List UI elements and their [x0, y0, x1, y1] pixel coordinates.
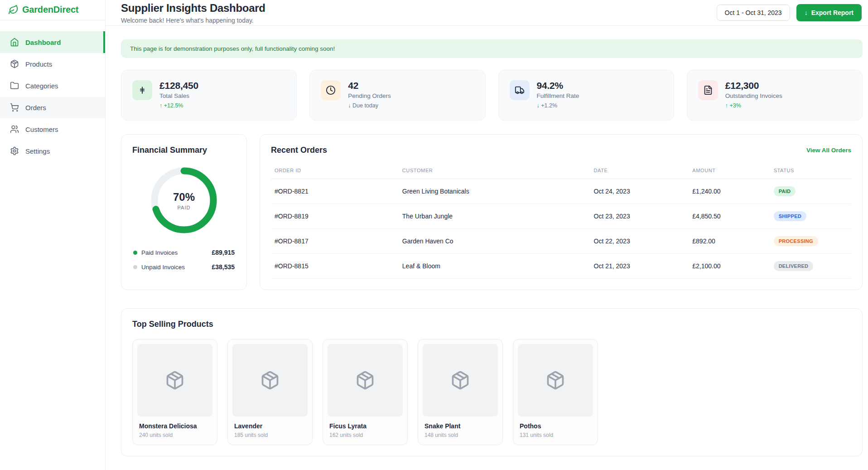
sidebar-item-orders[interactable]: Orders — [0, 97, 105, 118]
truck-icon — [510, 80, 530, 100]
top-products-title: Top Selling Products — [132, 320, 851, 329]
package-icon — [165, 370, 185, 390]
sidebar: GardenDirect Dashboard Products Categori… — [0, 0, 106, 470]
sidebar-nav: Dashboard Products Categories Orders Cus… — [0, 31, 105, 162]
recent-orders-panel: Recent Orders View All Orders ORDER ID C… — [260, 134, 863, 290]
sidebar-item-settings[interactable]: Settings — [0, 140, 105, 162]
stat-value: £12,300 — [725, 80, 782, 91]
brand-logo[interactable]: GardenDirect — [0, 0, 105, 20]
recent-orders-table: ORDER ID CUSTOMER DATE AMOUNT STATUS #OR… — [271, 162, 851, 279]
cell-customer: Leaf & Bloom — [399, 254, 590, 279]
stat-change: ↓ +1.2% — [537, 102, 579, 109]
product-units: 148 units sold — [424, 432, 498, 438]
sidebar-item-products[interactable]: Products — [0, 53, 105, 75]
stat-body: £12,300 Outstanding Invoices ↑ +3% — [725, 80, 782, 110]
product-name: Monstera Deliciosa — [139, 422, 212, 430]
top-products-panel: Top Selling Products Monstera Deliciosa … — [121, 308, 863, 456]
product-card[interactable]: Lavender 185 units sold — [227, 339, 313, 445]
column-header-date: DATE — [590, 162, 689, 179]
stat-body: £128,450 Total Sales ↑ +12.5% — [159, 80, 198, 110]
sidebar-item-label: Settings — [25, 147, 50, 155]
cell-order-id: #ORD-8815 — [271, 254, 399, 279]
home-icon — [10, 38, 19, 47]
stat-label: Pending Orders — [348, 92, 391, 99]
stat-body: 42 Pending Orders ↓ Due today — [348, 80, 391, 110]
cell-date: Oct 24, 2023 — [590, 179, 689, 204]
product-units: 162 units sold — [329, 432, 403, 438]
table-row[interactable]: #ORD-8819 The Urban Jungle Oct 23, 2023 … — [271, 204, 851, 229]
dashboard-content: This page is for demonstration purposes … — [106, 26, 868, 470]
status-badge: PAID — [774, 186, 796, 196]
stat-value: £128,450 — [159, 80, 198, 91]
stat-label: Fulfillment Rate — [537, 92, 579, 99]
stat-value: 42 — [348, 80, 391, 91]
legend-label: Paid Invoices — [141, 249, 178, 256]
table-row[interactable]: #ORD-8815 Leaf & Bloom Oct 21, 2023 £2,1… — [271, 254, 851, 279]
middle-row: Financial Summary 70% PAID — [121, 134, 863, 290]
cell-customer: Garden Haven Co — [399, 229, 590, 254]
stat-body: 94.2% Fulfillment Rate ↓ +1.2% — [537, 80, 579, 110]
page-header-text: Supplier Insights Dashboard Welcome back… — [121, 2, 265, 24]
product-card[interactable]: Ficus Lyrata 162 units sold — [323, 339, 408, 445]
product-card[interactable]: Monstera Deliciosa 240 units sold — [132, 339, 217, 445]
legend-value: £38,535 — [212, 263, 235, 271]
paid-invoices-donut-chart: 70% PAID — [148, 164, 220, 237]
main-area: Supplier Insights Dashboard Welcome back… — [106, 0, 868, 470]
product-row: Monstera Deliciosa 240 units sold Lavend… — [132, 339, 851, 445]
table-row[interactable]: #ORD-8821 Green Living Botanicals Oct 24… — [271, 179, 851, 204]
product-card[interactable]: Snake Plant 148 units sold — [418, 339, 503, 445]
column-header-order-id: ORDER ID — [271, 162, 399, 179]
donut-legend: Paid Invoices £89,915 Unpaid Invoices £3… — [132, 247, 236, 273]
users-icon — [10, 125, 19, 134]
package-icon — [545, 370, 565, 390]
date-range-button[interactable]: Oct 1 - Oct 31, 2023 — [717, 5, 790, 21]
sidebar-item-label: Products — [25, 60, 52, 68]
legend-label: Unpaid Invoices — [141, 264, 185, 271]
product-units: 131 units sold — [520, 432, 593, 438]
sidebar-item-label: Orders — [25, 104, 46, 111]
cell-date: Oct 22, 2023 — [590, 229, 689, 254]
product-card[interactable]: Pothos 131 units sold — [513, 339, 598, 445]
status-badge: SHIPPED — [774, 211, 806, 221]
sidebar-item-label: Customers — [25, 126, 58, 133]
table-header-row: ORDER ID CUSTOMER DATE AMOUNT STATUS — [271, 162, 851, 179]
package-icon — [10, 59, 19, 68]
leaf-icon — [8, 5, 19, 15]
header-actions: Oct 1 - Oct 31, 2023 ↓ Export Report — [717, 4, 862, 21]
sidebar-item-categories[interactable]: Categories — [0, 75, 105, 97]
cell-date: Oct 21, 2023 — [590, 254, 689, 279]
donut-center: 70% PAID — [148, 164, 220, 237]
table-row[interactable]: #ORD-8817 Garden Haven Co Oct 22, 2023 £… — [271, 229, 851, 254]
status-badge: PROCESSING — [774, 236, 818, 246]
product-units: 240 units sold — [139, 432, 212, 438]
cell-amount: £1,240.00 — [689, 179, 770, 204]
product-units: 185 units sold — [234, 432, 308, 438]
sidebar-item-label: Categories — [25, 82, 58, 90]
sidebar-item-dashboard[interactable]: Dashboard — [0, 31, 105, 53]
stat-change: ↑ +3% — [725, 102, 782, 109]
product-image-placeholder — [232, 344, 308, 417]
recent-orders-title: Recent Orders — [271, 145, 327, 155]
cell-order-id: #ORD-8817 — [271, 229, 399, 254]
cell-customer: The Urban Jungle — [399, 204, 590, 229]
paid-dot — [133, 251, 137, 255]
product-image-placeholder — [423, 344, 498, 417]
view-all-orders-link[interactable]: View All Orders — [806, 147, 851, 154]
product-image-placeholder — [518, 344, 593, 417]
clock-icon — [321, 80, 341, 100]
export-report-button[interactable]: ↓ Export Report — [796, 4, 862, 21]
stat-label: Outstanding Invoices — [725, 92, 782, 99]
product-name: Pothos — [520, 422, 593, 430]
product-name: Lavender — [234, 422, 308, 430]
cell-customer: Green Living Botanicals — [399, 179, 590, 204]
cell-date: Oct 23, 2023 — [590, 204, 689, 229]
gear-icon — [10, 146, 19, 155]
cart-icon — [10, 103, 19, 112]
financial-summary-panel: Financial Summary 70% PAID — [121, 134, 247, 290]
donut-percent: 70% — [173, 191, 195, 204]
column-header-customer: CUSTOMER — [399, 162, 590, 179]
cell-order-id: #ORD-8821 — [271, 179, 399, 204]
sidebar-item-customers[interactable]: Customers — [0, 118, 105, 140]
export-report-label: Export Report — [811, 9, 854, 16]
package-icon — [260, 370, 280, 390]
